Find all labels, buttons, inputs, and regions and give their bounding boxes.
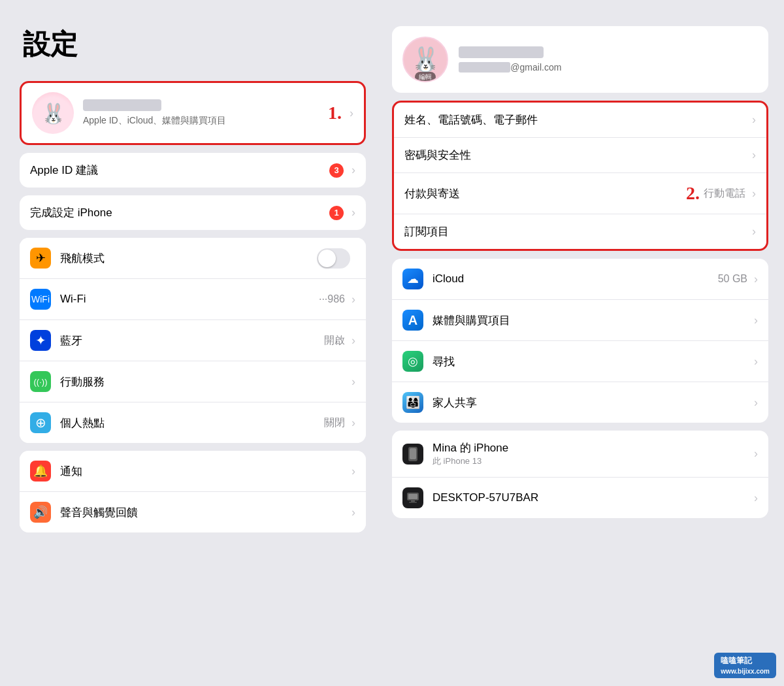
bluetooth-row[interactable]: ✦ 藍牙 開啟 ›: [20, 320, 366, 361]
airplane-mode-row[interactable]: ✈ 飛航模式: [20, 238, 366, 279]
family-sharing-row[interactable]: 👨‍👩‍👧 家人共享 ›: [392, 382, 768, 423]
family-icon: 👨‍👩‍👧: [402, 392, 423, 413]
chevron-icon: ›: [350, 106, 353, 120]
payment-value: 行動電話: [704, 187, 745, 201]
iphone-row[interactable]: Mina 的 iPhone 此 iPhone 13 ›: [392, 431, 768, 478]
chevron-icon: ›: [351, 375, 355, 389]
airplane-label: 飛航模式: [60, 251, 317, 266]
wifi-icon: WiFi: [30, 289, 51, 310]
complete-setup-card: 完成設定 iPhone 1 ›: [20, 195, 366, 230]
avatar: 🐰: [32, 92, 74, 134]
profile-subtitle: Apple ID、iCloud、媒體與購買項目: [83, 115, 328, 127]
account-rows-card: 姓名、電話號碼、電子郵件 › 密碼與安全性 › 付款與寄送 2. 行動電話 › …: [392, 101, 768, 251]
family-sharing-label: 家人共享: [433, 395, 751, 410]
bluetooth-value: 開啟: [324, 334, 345, 348]
password-security-label: 密碼與安全性: [404, 148, 749, 163]
chevron-icon: ›: [351, 206, 355, 220]
iphone-icon: [402, 444, 423, 465]
payment-shipping-label: 付款與寄送: [404, 186, 682, 201]
apple-id-suggestions-card: Apple ID 建議 3 ›: [20, 153, 366, 188]
right-user-info: ████████@gmail.com: [459, 46, 561, 73]
desktop-icon: [402, 487, 423, 508]
desktop-row[interactable]: DESKTOP-57U7BAR ›: [392, 478, 768, 518]
chevron-icon: ›: [754, 314, 758, 327]
hotspot-icon: ⊕: [30, 412, 51, 433]
bluetooth-label: 藍牙: [60, 333, 324, 348]
svg-rect-4: [408, 494, 417, 499]
icloud-value: 50 GB: [718, 273, 747, 285]
subscriptions-label: 訂閱項目: [404, 224, 749, 239]
chevron-icon: ›: [351, 506, 355, 519]
chevron-icon: ›: [754, 447, 758, 461]
apple-id-suggestions-badge: 3: [329, 163, 344, 178]
watermark: 嗑嗑筆記 www.bijixx.com: [714, 653, 776, 678]
airplane-icon: ✈: [30, 248, 51, 269]
hotspot-value: 關閉: [324, 416, 345, 430]
chevron-icon: ›: [351, 163, 355, 177]
iphone-sub: 此 iPhone 13: [433, 455, 751, 467]
notifications-icon: 🔔: [30, 461, 51, 482]
chevron-icon: ›: [752, 113, 756, 127]
sound-label: 聲音與觸覺回饋: [60, 505, 349, 520]
notifications-label: 通知: [60, 464, 349, 479]
media-purchases-row[interactable]: A 媒體與購買項目 ›: [392, 300, 768, 341]
left-panel: 設定 🐰 Apple ID、iCloud、媒體與購買項目 1. › Apple …: [0, 0, 379, 686]
right-panel: 🐰 編輯 ████████@gmail.com 姓名、電話號碼、電子郵件 › 密…: [379, 0, 784, 686]
right-name-placeholder: [459, 46, 544, 58]
payment-shipping-row[interactable]: 付款與寄送 2. 行動電話 ›: [394, 173, 766, 214]
sound-row[interactable]: 🔊 聲音與觸覺回饋 ›: [20, 492, 366, 532]
cellular-row[interactable]: ((·)) 行動服務 ›: [20, 361, 366, 402]
complete-setup-badge: 1: [329, 206, 344, 220]
chevron-icon: ›: [752, 187, 756, 201]
profile-name-placeholder: [83, 99, 161, 111]
chevron-icon: ›: [754, 396, 758, 410]
apple-id-suggestions-row[interactable]: Apple ID 建議 3 ›: [20, 153, 366, 188]
chevron-icon: ›: [351, 416, 355, 430]
page-title: 設定: [20, 26, 366, 63]
password-security-row[interactable]: 密碼與安全性 ›: [394, 138, 766, 173]
wifi-value: ···986: [319, 293, 345, 305]
svg-rect-5: [411, 500, 415, 502]
subscriptions-row[interactable]: 訂閱項目 ›: [394, 214, 766, 249]
profile-card[interactable]: 🐰 Apple ID、iCloud、媒體與購買項目 1. ›: [20, 81, 366, 145]
chevron-icon: ›: [351, 293, 355, 306]
hotspot-label: 個人熱點: [60, 416, 324, 431]
desktop-label: DESKTOP-57U7BAR: [433, 491, 751, 504]
name-phone-email-row[interactable]: 姓名、電話號碼、電子郵件 ›: [394, 103, 766, 138]
notifications-card: 🔔 通知 › 🔊 聲音與觸覺回饋 ›: [20, 451, 366, 532]
svg-rect-2: [412, 459, 414, 461]
airplane-toggle[interactable]: [317, 248, 350, 269]
icloud-label: iCloud: [433, 272, 718, 286]
notifications-row[interactable]: 🔔 通知 ›: [20, 451, 366, 492]
wifi-row[interactable]: WiFi Wi-Fi ···986 ›: [20, 279, 366, 320]
profile-info: Apple ID、iCloud、媒體與購買項目: [83, 99, 328, 127]
chevron-icon: ›: [754, 491, 758, 505]
edit-badge: 編輯: [415, 72, 436, 82]
icloud-row[interactable]: ☁ iCloud 50 GB ›: [392, 259, 768, 300]
appstore-icon: A: [402, 310, 423, 331]
chevron-icon: ›: [754, 355, 758, 368]
svg-rect-6: [409, 502, 417, 503]
chevron-icon: ›: [754, 272, 758, 286]
chevron-icon: ›: [752, 148, 756, 162]
iphone-label: Mina 的 iPhone: [433, 440, 751, 455]
hotspot-row[interactable]: ⊕ 個人熱點 關閉 ›: [20, 402, 366, 443]
chevron-icon: ›: [351, 334, 355, 348]
name-phone-label: 姓名、電話號碼、電子郵件: [404, 112, 749, 127]
profile-row[interactable]: 🐰 Apple ID、iCloud、媒體與購買項目 1. ›: [22, 83, 364, 143]
iphone-info: Mina 的 iPhone 此 iPhone 13: [433, 440, 751, 467]
icloud-icon: ☁: [402, 269, 423, 289]
chevron-icon: ›: [351, 465, 355, 478]
bluetooth-icon: ✦: [30, 330, 51, 351]
right-avatar: 🐰 編輯: [402, 37, 448, 82]
complete-setup-row[interactable]: 完成設定 iPhone 1 ›: [20, 195, 366, 230]
find-icon: ◎: [402, 351, 423, 372]
watermark-url: www.bijixx.com: [721, 668, 770, 675]
apple-id-header: 🐰 編輯 ████████@gmail.com: [392, 26, 768, 93]
svg-rect-1: [410, 448, 416, 459]
find-row[interactable]: ◎ 尋找 ›: [392, 341, 768, 382]
network-settings-card: ✈ 飛航模式 WiFi Wi-Fi ···986 › ✦ 藍牙 開啟 › ((·…: [20, 238, 366, 443]
services-card: ☁ iCloud 50 GB › A 媒體與購買項目 › ◎ 尋找 › 👨‍👩‍…: [392, 259, 768, 423]
step2-badge: 2.: [686, 183, 700, 204]
sound-icon: 🔊: [30, 502, 51, 523]
